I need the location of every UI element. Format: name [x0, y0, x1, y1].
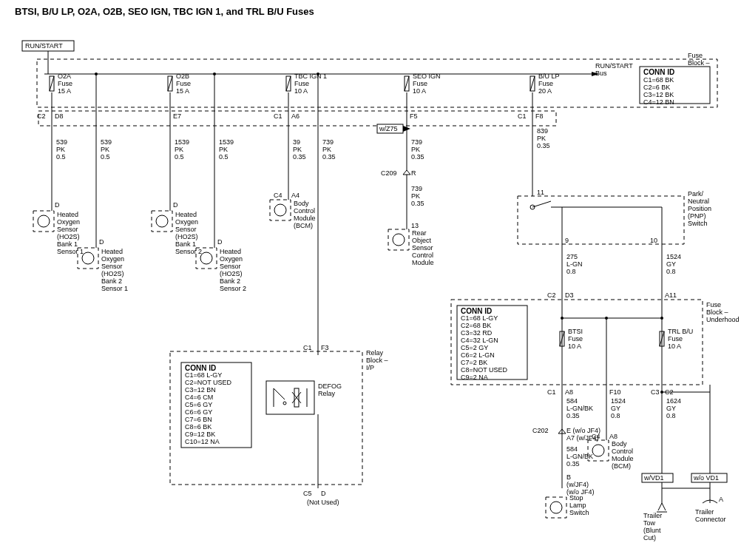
- svg-text:TRL B/U: TRL B/U: [668, 328, 693, 335]
- svg-text:Oxygen: Oxygen: [220, 255, 243, 263]
- svg-text:DEFOG: DEFOG: [318, 382, 342, 390]
- fuse-tbc: TBC IGN 1Fuse10 A: [286, 72, 327, 95]
- svg-text:Sensor: Sensor: [175, 226, 197, 233]
- svg-text:0.35: 0.35: [566, 460, 580, 468]
- svg-text:Body: Body: [612, 440, 627, 448]
- svg-text:C9=2 NA: C9=2 NA: [461, 374, 488, 381]
- svg-text:Sensor 1: Sensor 1: [57, 248, 84, 255]
- svg-text:Fuse: Fuse: [413, 80, 427, 87]
- svg-text:PK: PK: [293, 146, 302, 153]
- pin-f10: F10: [609, 388, 621, 396]
- svg-text:I/P: I/P: [366, 364, 374, 371]
- svg-text:Sensor 2: Sensor 2: [220, 285, 246, 292]
- pin-d1: D: [55, 201, 60, 209]
- svg-text:0.8: 0.8: [566, 268, 576, 275]
- svg-point-110: [274, 204, 286, 216]
- svg-text:0.5: 0.5: [219, 153, 229, 161]
- svg-text:C4=6 CM: C4=6 CM: [185, 394, 213, 401]
- pin-f5: F5: [410, 112, 418, 120]
- svg-text:0.5: 0.5: [56, 153, 66, 161]
- svg-text:(Blunt: (Blunt: [643, 527, 661, 534]
- svg-text:C10=12 NA: C10=12 NA: [185, 438, 220, 445]
- svg-text:1524: 1524: [666, 253, 681, 260]
- svg-text:Sensor 2: Sensor 2: [175, 248, 202, 255]
- svg-text:Fuse: Fuse: [538, 80, 553, 87]
- svg-text:Fuse: Fuse: [568, 335, 583, 343]
- svg-text:Block –: Block –: [706, 308, 728, 316]
- svg-text:0.35: 0.35: [411, 200, 424, 207]
- wire-w4: 1539PK0.5: [219, 138, 234, 161]
- svg-point-45: [317, 72, 319, 75]
- svg-text:10 A: 10 A: [413, 87, 426, 95]
- bcm2: BodyControlModule(BCM): [588, 440, 634, 470]
- pin-f3: F3: [321, 344, 329, 351]
- svg-text:Switch: Switch: [569, 509, 589, 516]
- svg-point-174: [660, 391, 663, 394]
- rosc: RearObjectSensorControlModule: [388, 229, 434, 266]
- svg-text:Sensor: Sensor: [220, 263, 241, 270]
- fuse-block-uh-label: FuseBlock –Underhood: [706, 301, 740, 323]
- svg-text:Bank 2: Bank 2: [101, 277, 122, 285]
- svg-text:SEO IGN: SEO IGN: [413, 72, 441, 80]
- svg-text:Neutral: Neutral: [688, 198, 709, 205]
- svg-text:Heated: Heated: [101, 248, 123, 255]
- wire-w5: 39PK0.35: [293, 138, 306, 161]
- svg-text:C1=68 L-GY: C1=68 L-GY: [461, 314, 498, 322]
- not-used: (Not Used): [307, 499, 339, 506]
- page-title: BTSI, B/U LP, O2A, O2B, SEO IGN, TBC IGN…: [15, 6, 314, 17]
- svg-text:Trailer: Trailer: [695, 508, 714, 516]
- svg-text:PK: PK: [411, 192, 420, 200]
- pin-e7: E7: [173, 112, 181, 120]
- svg-text:BTSI: BTSI: [568, 328, 583, 335]
- pin-9: 9: [565, 237, 569, 244]
- svg-point-116: [393, 234, 405, 246]
- pin-a11-uh: A11: [665, 291, 677, 299]
- svg-text:739: 739: [411, 185, 422, 192]
- pin-d-r: D: [321, 490, 326, 497]
- wire-w8: 739PK0.35: [411, 185, 424, 207]
- vd1-wo: w/o VD1: [693, 474, 719, 482]
- wire-w3: 1539PK0.5: [175, 138, 189, 161]
- svg-rect-93: [152, 211, 172, 232]
- pin-c202: C202: [532, 427, 549, 434]
- svg-text:20 A: 20 A: [538, 87, 552, 95]
- svg-text:(BCM): (BCM): [612, 462, 631, 470]
- bcm: BodyControlModule(BCM): [270, 200, 316, 229]
- svg-point-158: [605, 317, 608, 320]
- svg-text:Fuse: Fuse: [294, 80, 309, 87]
- svg-line-33: [530, 76, 535, 91]
- wire-w2: 539PK0.5: [101, 138, 112, 161]
- svg-point-39: [95, 72, 98, 75]
- svg-text:839: 839: [537, 127, 548, 135]
- svg-text:0.35: 0.35: [566, 412, 580, 419]
- svg-text:(HO2S): (HO2S): [101, 270, 124, 277]
- wire-w7: 739PK0.35: [411, 138, 424, 161]
- svg-text:1539: 1539: [175, 138, 189, 146]
- pin-d3-uh: D3: [565, 291, 574, 299]
- svg-text:0.35: 0.35: [322, 153, 336, 161]
- svg-line-28: [405, 76, 409, 91]
- runstart-label: RUN/START: [25, 42, 63, 50]
- svg-text:C1=68 BK: C1=68 BK: [643, 76, 674, 84]
- svg-text:C2=68 BK: C2=68 BK: [461, 322, 491, 329]
- svg-text:Sensor: Sensor: [57, 226, 78, 233]
- svg-text:C3=12 BK: C3=12 BK: [643, 91, 674, 98]
- svg-text:0.5: 0.5: [175, 153, 184, 161]
- svg-text:0.8: 0.8: [666, 268, 676, 275]
- svg-text:PK: PK: [322, 146, 331, 153]
- pin-r: R: [411, 169, 416, 177]
- svg-text:584: 584: [566, 397, 578, 405]
- svg-point-86: [82, 252, 94, 264]
- svg-text:Control: Control: [412, 252, 433, 259]
- svg-text:Stop: Stop: [569, 494, 583, 502]
- svg-text:539: 539: [56, 138, 67, 146]
- svg-line-128: [532, 201, 551, 207]
- svg-text:Object: Object: [412, 237, 432, 244]
- svg-text:Bank 1: Bank 1: [57, 240, 78, 248]
- ho2s-b2s1: HeatedOxygenSensor(HO2S)Bank 2Sensor 1: [78, 248, 128, 292]
- pin-a6: A6: [291, 112, 300, 120]
- svg-text:PK: PK: [101, 146, 109, 153]
- svg-text:Block –: Block –: [688, 59, 710, 67]
- pin-c4: C4: [274, 192, 282, 199]
- svg-line-201: [658, 503, 662, 510]
